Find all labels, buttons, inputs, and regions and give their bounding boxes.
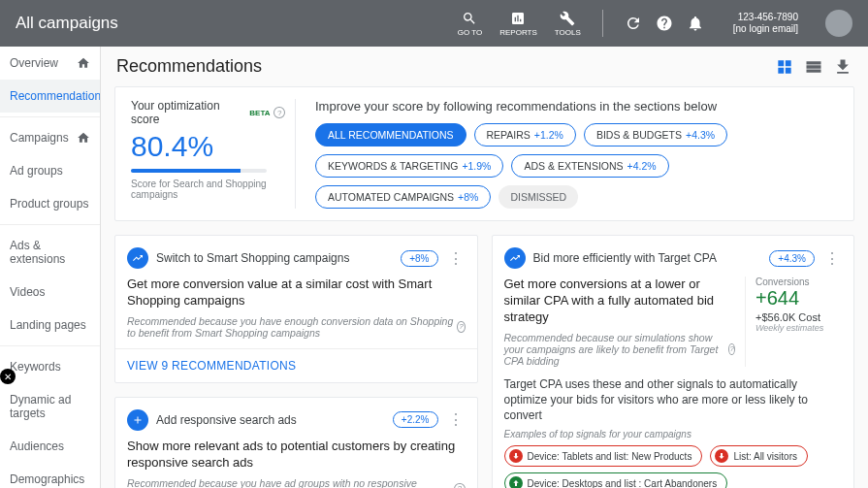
sidebar-item-campaigns[interactable]: Campaigns [0, 121, 100, 154]
divider [602, 10, 603, 37]
close-icon[interactable]: ✕ [0, 369, 16, 384]
improve-text: Improve your score by following recommen… [315, 99, 838, 114]
arrow-down-icon [715, 449, 728, 463]
sidebar-item-ads-extensions[interactable]: Ads & extensions [0, 229, 100, 276]
home-icon [77, 56, 90, 70]
table-view-icon[interactable] [804, 57, 823, 77]
home-icon [77, 131, 90, 145]
help-icon[interactable]: ? [457, 321, 465, 333]
card-smart-shopping: Switch to Smart Shopping campaigns +8% ⋮… [114, 235, 478, 383]
wrench-icon [560, 11, 575, 26]
filter-chip-all-recommendations[interactable]: ALL RECOMMENDATIONS [315, 123, 466, 146]
opt-score-label: Your optimization score BETA ? [131, 99, 285, 126]
sidebar-item-product-groups[interactable]: Product groups [0, 187, 100, 220]
more-icon[interactable]: ⋮ [446, 249, 466, 268]
uplift-badge: +4.3% [769, 250, 815, 267]
help-icon[interactable]: ? [454, 483, 465, 488]
signal-chip: Device: Desktops and list : Cart Abandon… [504, 472, 728, 488]
download-icon[interactable] [833, 57, 852, 77]
help-icon[interactable] [656, 15, 673, 32]
tool-goto[interactable]: GO TO [458, 11, 483, 37]
refresh-icon[interactable] [625, 15, 642, 32]
account-info[interactable]: 123-456-7890 [no login email] [733, 12, 798, 35]
main-content: Recommendations Your optimization score … [101, 47, 868, 488]
grid-view-icon[interactable] [775, 57, 794, 77]
avatar[interactable] [825, 10, 852, 37]
sidebar-item-dynamic-ad-targets[interactable]: Dynamic ad targets [0, 383, 100, 430]
filter-chip-bids-budgets[interactable]: BIDS & BUDGETS+4.3% [584, 123, 727, 146]
filter-chip-dismissed[interactable]: DISMISSED [498, 185, 578, 209]
page-context-title: All campaigns [16, 14, 458, 33]
arrow-up-icon [509, 476, 523, 488]
sidebar-item-demographics[interactable]: Demographics [0, 463, 100, 488]
card-responsive-search-ads: Add responsive search ads +2.2% ⋮ Show m… [114, 397, 478, 488]
opt-score-value: 80.4% [131, 130, 285, 163]
arrow-down-icon [509, 449, 523, 463]
sidebar-item-videos[interactable]: Videos [0, 276, 100, 309]
more-icon[interactable]: ⋮ [446, 410, 466, 429]
help-icon[interactable]: ? [728, 343, 735, 355]
trend-icon [127, 247, 148, 269]
tool-tools[interactable]: TOOLS [555, 11, 581, 37]
view-recommendations-link[interactable]: VIEW 9 RECOMMENDATIONS [127, 359, 296, 373]
signal-chip: Device: Tablets and list: New Products [504, 445, 703, 467]
filter-chip-repairs[interactable]: REPAIRS+1.2% [474, 123, 576, 146]
opt-score-sub: Score for Search and Shopping campaigns [131, 179, 285, 200]
sidebar-item-landing-pages[interactable]: Landing pages [0, 309, 100, 342]
conversions-value: +644 [755, 287, 842, 309]
sidebar-item-overview[interactable]: Overview [0, 47, 100, 80]
card-target-cpa: Bid more efficiently with Target CPA +4.… [492, 235, 855, 488]
reports-icon [510, 11, 526, 26]
search-icon [462, 11, 477, 26]
topbar-tools: GO TO REPORTS TOOLS 123-456-7890 [no log… [458, 10, 852, 37]
uplift-badge: +2.2% [393, 411, 438, 428]
filter-chip-ads-extensions[interactable]: ADS & EXTENSIONS+4.2% [511, 154, 668, 178]
page-title: Recommendations [116, 56, 262, 77]
signal-chip: List: All visitors [710, 445, 808, 467]
topbar: All campaigns GO TO REPORTS TOOLS 123-45… [0, 0, 868, 47]
uplift-badge: +8% [401, 250, 437, 267]
trend-icon [504, 247, 526, 269]
tool-reports[interactable]: REPORTS [499, 11, 537, 37]
add-icon [127, 409, 148, 431]
beta-badge: BETA [249, 109, 270, 117]
more-icon[interactable]: ⋮ [822, 249, 842, 268]
sidebar-item-recommendations[interactable]: Recommendations [0, 80, 100, 113]
sidebar: OverviewRecommendationsCampaignsAd group… [0, 47, 101, 488]
sidebar-item-audiences[interactable]: Audiences [0, 430, 100, 463]
filter-chip-automated-campaigns[interactable]: AUTOMATED CAMPAIGNS+8% [315, 185, 491, 209]
filter-chip-keywords-targeting[interactable]: KEYWORDS & TARGETING+1.9% [315, 154, 503, 178]
sidebar-item-ad-groups[interactable]: Ad groups [0, 154, 100, 187]
filter-chips: ALL RECOMMENDATIONSREPAIRS+1.2%BIDS & BU… [315, 123, 838, 209]
notifications-icon[interactable] [687, 15, 704, 32]
progress-bar [131, 169, 267, 173]
optimization-panel: Your optimization score BETA ? 80.4% Sco… [114, 86, 854, 221]
help-icon[interactable]: ? [273, 107, 285, 118]
metrics-panel: Conversions +644 +$56.0K Cost Weekly est… [745, 277, 842, 367]
